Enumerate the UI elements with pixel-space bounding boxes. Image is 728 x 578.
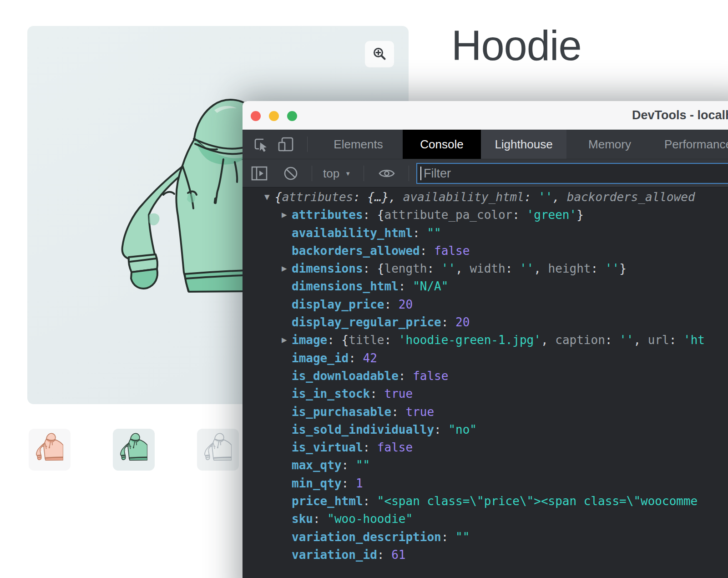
console-output: ▼{attributes: {…}, availability_html: ''… (243, 187, 728, 578)
console-token: } (576, 208, 584, 222)
tab-performance[interactable]: Performance (653, 130, 728, 159)
tab-elements[interactable]: Elements (314, 130, 403, 159)
console-token: : (524, 190, 538, 204)
thumbnail-sketch[interactable] (197, 429, 239, 471)
console-token: 61 (391, 548, 405, 562)
devtools-window-title: DevTools - localho (632, 101, 728, 129)
console-token: caption (555, 333, 605, 347)
console-token: 'ht (683, 333, 705, 347)
console-token: availability_html (292, 226, 413, 240)
console-token: : (441, 315, 455, 329)
console-token: '' (520, 262, 534, 275)
console-toolbar: top ▼ (243, 159, 728, 188)
expand-arrow-icon[interactable]: ▶ (282, 331, 293, 349)
console-row: is_downloadable: false (243, 367, 728, 385)
console-token: : (377, 548, 391, 562)
console-token: : { (327, 333, 349, 347)
console-token: 'hoodie-green-1.jpg' (399, 333, 541, 347)
thumbnail-green[interactable] (113, 429, 155, 471)
console-row: max_qty: "" (243, 456, 728, 474)
thumbnail-hoodie-pink (36, 430, 63, 471)
devtools-window: DevTools - localho ElementsConsoleLighth… (243, 101, 728, 578)
expand-arrow-icon[interactable]: ▶ (282, 260, 293, 278)
console-token: sku (292, 512, 313, 526)
fullscreen-button[interactable] (287, 111, 297, 121)
console-token: false (377, 441, 413, 454)
expand-arrow-icon[interactable]: ▶ (282, 206, 293, 224)
console-token: '' (619, 333, 633, 347)
console-token: : { (363, 262, 384, 275)
console-token: : (399, 279, 413, 293)
console-token: 20 (455, 315, 470, 329)
tab-lighthouse[interactable]: Lighthouse (481, 130, 566, 159)
console-token: : (342, 458, 356, 472)
image-zoom-button[interactable] (365, 41, 394, 67)
console-token: 'green' (527, 208, 577, 222)
text-caret (420, 167, 421, 180)
console-token: { (275, 190, 282, 204)
console-token: length (384, 262, 427, 275)
console-token: '' (605, 262, 619, 275)
chevron-down-icon: ▼ (345, 170, 351, 177)
console-row: is_sold_individually: "no" (243, 421, 728, 439)
divider (307, 137, 308, 152)
console-token: : (434, 423, 448, 436)
filter-input[interactable] (416, 163, 728, 184)
console-row: is_in_stock: true (243, 385, 728, 403)
console-token: : {…}, (353, 190, 403, 204)
filter-field (416, 163, 728, 184)
console-token: title (349, 333, 384, 347)
console-row: is_purchasable: true (243, 403, 728, 421)
console-row: dimensions_html: "N/A" (243, 278, 728, 295)
console-token: , (541, 333, 555, 347)
console-row: backorders_allowed: false (243, 242, 728, 260)
console-token: : (420, 244, 434, 258)
thumbnail-hoodie-green (120, 430, 147, 471)
tab-console[interactable]: Console (403, 130, 481, 159)
console-token: "<span class=\"price\"><span class=\"woo… (377, 494, 698, 508)
console-token: , (633, 333, 647, 347)
console-token: width (470, 262, 505, 275)
minimize-button[interactable] (269, 111, 279, 121)
console-token: : (591, 262, 605, 275)
live-expression-eye-icon[interactable] (378, 166, 396, 181)
tab-list: ElementsConsoleLighthouseMemoryPerforman… (314, 130, 728, 159)
console-sidebar-icon[interactable] (251, 165, 268, 182)
console-token: false (413, 369, 448, 383)
console-token: min_qty (292, 477, 342, 490)
console-row: ▶image: {title: 'hoodie-green-1.jpg', ca… (243, 331, 728, 349)
console-token: : (506, 262, 520, 275)
console-token: : (399, 369, 413, 383)
console-token: is_downloadable (292, 369, 399, 383)
console-token: : (313, 512, 327, 526)
console-token: "woo-hoodie" (327, 512, 413, 526)
device-toolbar-icon[interactable] (277, 136, 295, 153)
console-token: "N/A" (413, 279, 448, 293)
console-token: "" (455, 530, 470, 544)
console-token: dimensions (292, 262, 363, 275)
console-token: "" (427, 226, 441, 240)
console-token: true (384, 387, 413, 401)
console-row: image_id: 42 (243, 350, 728, 367)
console-token: '' (441, 262, 455, 275)
console-token: : (605, 333, 619, 347)
console-token: "no" (448, 423, 477, 436)
thumbnail-pink[interactable] (29, 429, 71, 471)
close-button[interactable] (251, 111, 261, 121)
console-token: height (548, 262, 591, 275)
collapse-arrow-icon[interactable]: ▼ (264, 188, 275, 206)
console-token: is_virtual (292, 441, 363, 454)
console-token: max_qty (292, 458, 342, 472)
console-token: : (342, 477, 356, 490)
console-token: : (349, 351, 363, 365)
context-selector[interactable]: top ▼ (323, 167, 351, 181)
console-token: , (455, 262, 470, 275)
inspect-element-icon[interactable] (253, 136, 270, 153)
console-row: is_virtual: false (243, 439, 728, 456)
console-row: ▶dimensions: {length: '', width: '', hei… (243, 260, 728, 278)
clear-console-icon[interactable] (283, 165, 299, 182)
console-token: : (391, 405, 405, 419)
console-token: true (405, 405, 434, 419)
console-token: : (441, 530, 455, 544)
tab-memory[interactable]: Memory (566, 130, 653, 159)
